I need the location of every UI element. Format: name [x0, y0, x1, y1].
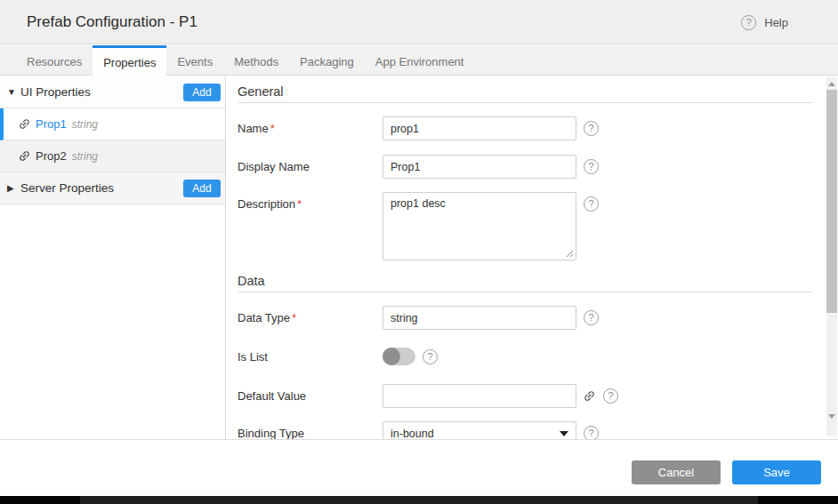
name-label: Name* — [238, 116, 383, 140]
description-textarea[interactable]: prop1 desc — [383, 192, 576, 260]
default-value-input[interactable] — [383, 384, 576, 408]
is-list-help-icon[interactable] — [423, 349, 438, 364]
prop-name: Prop2 — [36, 149, 67, 163]
tab-events[interactable]: Events — [166, 45, 223, 76]
help-button[interactable]: Help — [741, 0, 788, 44]
toggle-knob — [383, 348, 400, 365]
prop-type: string — [72, 150, 98, 163]
display-name-input[interactable] — [383, 155, 576, 179]
scroll-up-icon[interactable] — [828, 82, 835, 86]
data-type-label: Data Type* — [238, 306, 383, 330]
tab-resources[interactable]: Resources — [16, 45, 93, 76]
sidebar-item-prop1[interactable]: Prop1 string — [0, 108, 225, 140]
prop-type: string — [72, 118, 98, 131]
required-asterisk: * — [292, 311, 296, 324]
is-list-label: Is List — [238, 348, 383, 365]
properties-sidebar: ▼ UI Properties Add Prop1 string Prop2 s… — [0, 76, 226, 439]
group-label: UI Properties — [20, 85, 91, 99]
add-ui-property-button[interactable]: Add — [183, 84, 221, 101]
group-label: Server Properties — [20, 181, 114, 195]
section-heading-data: Data — [238, 274, 812, 292]
display-name-help-icon[interactable] — [584, 159, 599, 174]
form-row-display-name: Display Name — [238, 155, 824, 179]
required-asterisk: * — [297, 197, 302, 211]
data-type-input[interactable] — [383, 306, 576, 330]
default-value-label: Default Value — [238, 384, 383, 408]
tab-app-environment[interactable]: App Environment — [365, 45, 475, 76]
help-label: Help — [764, 16, 788, 29]
binding-type-label: Binding Type — [238, 421, 383, 439]
bind-link-icon[interactable] — [583, 389, 596, 403]
sidebar-item-prop2[interactable]: Prop2 string — [0, 140, 225, 172]
name-input[interactable] — [383, 116, 576, 140]
cancel-button[interactable]: Cancel — [632, 460, 721, 484]
property-form: General Name* Display Name Description* — [227, 76, 824, 439]
form-row-data-type: Data Type* — [238, 306, 824, 330]
form-row-description: Description* prop1 desc — [238, 192, 824, 260]
scrollbar-thumb[interactable] — [826, 90, 837, 313]
save-button[interactable]: Save — [732, 460, 821, 484]
form-row-default-value: Default Value — [238, 384, 824, 408]
tab-packaging[interactable]: Packaging — [289, 45, 365, 76]
tab-methods[interactable]: Methods — [223, 45, 289, 76]
title-bar: Prefab Configuration - P1 Help — [0, 0, 838, 44]
chevron-down-icon: ▼ — [7, 87, 20, 97]
prop-name: Prop1 — [36, 117, 67, 131]
binding-type-select[interactable]: in-bound — [383, 421, 576, 439]
add-server-property-button[interactable]: Add — [183, 180, 221, 197]
required-asterisk: * — [270, 122, 275, 135]
tab-properties[interactable]: Properties — [93, 45, 166, 76]
link-icon — [18, 149, 31, 163]
description-help-icon[interactable] — [584, 196, 599, 212]
resize-handle-icon[interactable] — [566, 250, 574, 258]
display-name-label: Display Name — [238, 155, 383, 179]
tab-bar: Resources Properties Events Methods Pack… — [0, 45, 838, 76]
sidebar-group-server-properties[interactable]: ▶ Server Properties Add — [0, 172, 225, 204]
sidebar-group-ui-properties[interactable]: ▼ UI Properties Add — [0, 76, 225, 108]
default-value-help-icon[interactable] — [603, 388, 618, 404]
scroll-down-icon[interactable] — [828, 414, 835, 419]
help-icon — [741, 15, 756, 30]
is-list-toggle[interactable] — [383, 348, 415, 365]
chevron-right-icon: ▶ — [7, 183, 20, 193]
description-label: Description* — [238, 192, 383, 260]
binding-type-help-icon[interactable] — [584, 426, 599, 439]
form-row-name: Name* — [238, 116, 824, 140]
form-row-is-list: Is List — [238, 348, 824, 365]
data-type-help-icon[interactable] — [584, 310, 599, 325]
taskbar-strip — [0, 496, 838, 504]
name-help-icon[interactable] — [584, 121, 599, 136]
link-icon — [18, 117, 31, 131]
form-row-binding-type: Binding Type in-bound — [238, 421, 824, 439]
prefab-configuration-window: Prefab Configuration - P1 Help Resources… — [0, 0, 838, 504]
vertical-scrollbar[interactable] — [826, 77, 837, 436]
footer-action-bar: Cancel Save — [0, 439, 838, 496]
section-heading-general: General — [238, 84, 812, 103]
page-title: Prefab Configuration - P1 — [27, 0, 197, 44]
